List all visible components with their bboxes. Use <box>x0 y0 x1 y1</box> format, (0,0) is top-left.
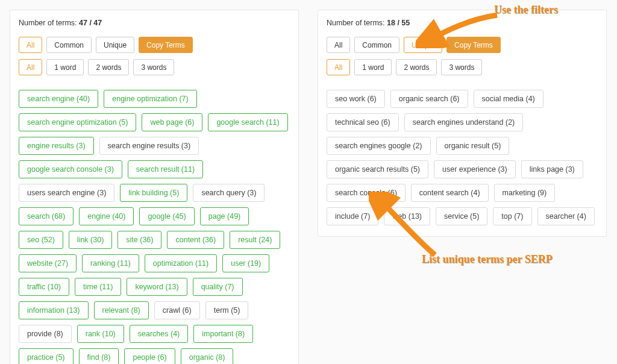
terms-count-header: Number of terms: 47 / 47 <box>19 19 290 27</box>
term-chip[interactable]: google search console (3) <box>19 160 122 178</box>
filter-3words[interactable]: 3 words <box>133 59 174 75</box>
term-chip[interactable]: search engines understand (2) <box>404 113 524 131</box>
terms-count-value: 47 / 47 <box>79 19 102 27</box>
term-chip[interactable]: engine results (3) <box>19 137 94 155</box>
term-chip[interactable]: search engine (40) <box>19 90 98 108</box>
filter-row-words: All 1 word 2 words 3 words <box>327 59 598 75</box>
term-chip[interactable]: crawl (6) <box>154 301 200 319</box>
term-chip[interactable]: user experience (3) <box>434 160 516 178</box>
term-chip[interactable]: quality (7) <box>193 278 243 296</box>
term-chip[interactable]: users search engine (3) <box>19 184 114 202</box>
filter-row-type: All Common Unique Copy Terms <box>19 37 290 53</box>
term-chip[interactable]: time (11) <box>75 278 121 296</box>
filter-1word[interactable]: 1 word <box>354 59 392 75</box>
term-chip[interactable]: engine optimization (7) <box>104 90 196 108</box>
term-chip[interactable]: seo work (6) <box>327 90 385 108</box>
term-chip[interactable]: find (8) <box>79 348 119 364</box>
term-chip[interactable]: organic (8) <box>181 348 234 364</box>
filter-unique[interactable]: Unique <box>96 37 134 53</box>
term-chip[interactable]: optimization (11) <box>145 254 217 272</box>
terms-list: seo work (6)organic search (6)social med… <box>327 90 598 225</box>
term-chip[interactable]: site (36) <box>117 231 161 249</box>
term-chip[interactable]: relevant (8) <box>94 301 149 319</box>
filter-words-all[interactable]: All <box>19 59 42 75</box>
filter-1word[interactable]: 1 word <box>46 59 84 75</box>
term-chip[interactable]: technical seo (6) <box>327 113 399 131</box>
term-chip[interactable]: website (27) <box>19 254 77 272</box>
term-chip[interactable]: search query (3) <box>193 184 265 202</box>
term-chip[interactable]: practice (5) <box>19 348 74 364</box>
term-chip[interactable]: organic result (5) <box>436 137 510 155</box>
term-chip[interactable]: searches (4) <box>130 325 188 343</box>
terms-count-header: Number of terms: 18 / 55 <box>327 19 598 27</box>
term-chip[interactable]: link building (5) <box>120 184 187 202</box>
term-chip[interactable]: keyword (13) <box>127 278 187 296</box>
term-chip[interactable]: important (8) <box>193 325 253 343</box>
term-chip[interactable]: top (7) <box>493 207 531 225</box>
filter-row-words: All 1 word 2 words 3 words <box>19 59 290 75</box>
term-chip[interactable]: search result (11) <box>128 160 203 178</box>
filter-all[interactable]: All <box>327 37 350 53</box>
term-chip[interactable]: content (36) <box>167 231 224 249</box>
term-chip[interactable]: link (30) <box>69 231 112 249</box>
term-chip[interactable]: links page (3) <box>521 160 583 178</box>
term-chip[interactable]: term (5) <box>205 301 249 319</box>
filter-words-all[interactable]: All <box>327 59 350 75</box>
term-chip[interactable]: search console (6) <box>327 184 406 202</box>
term-chip[interactable]: organic search results (5) <box>327 160 428 178</box>
term-chip[interactable]: search engine results (3) <box>99 137 199 155</box>
term-chip[interactable]: content search (4) <box>411 184 489 202</box>
term-chip[interactable]: include (7) <box>327 207 378 225</box>
filter-common[interactable]: Common <box>46 37 92 53</box>
term-chip[interactable]: engine (40) <box>79 207 134 225</box>
filter-common[interactable]: Common <box>354 37 399 53</box>
filter-row-type: All Common Unique Copy Terms <box>327 37 598 53</box>
terms-count-label: Number of terms: <box>19 19 79 27</box>
filter-2words[interactable]: 2 words <box>396 59 437 75</box>
annotation-text-bottom: List unique terms per SERP <box>422 253 553 266</box>
term-chip[interactable]: seo (52) <box>19 231 63 249</box>
term-chip[interactable]: traffic (10) <box>19 278 69 296</box>
term-chip[interactable]: search engine optimization (5) <box>19 113 136 131</box>
term-chip[interactable]: result (24) <box>230 231 280 249</box>
terms-panel-right: Number of terms: 18 / 55 All Common Uniq… <box>318 10 607 237</box>
term-chip[interactable]: page (49) <box>200 207 249 225</box>
filter-3words[interactable]: 3 words <box>441 59 482 75</box>
terms-count-value: 18 / 55 <box>387 19 410 27</box>
term-chip[interactable]: information (13) <box>19 301 89 319</box>
filter-unique[interactable]: Unique <box>404 37 442 53</box>
term-chip[interactable]: provide (8) <box>19 325 72 343</box>
term-chip[interactable]: google (45) <box>139 207 194 225</box>
term-chip[interactable]: service (5) <box>436 207 487 225</box>
term-chip[interactable]: organic search (6) <box>390 90 468 108</box>
terms-list: search engine (40)engine optimization (7… <box>19 90 290 364</box>
terms-panel-left: Number of terms: 47 / 47 All Common Uniq… <box>10 10 299 364</box>
term-chip[interactable]: web (13) <box>384 207 430 225</box>
copy-terms-button[interactable]: Copy Terms <box>446 37 501 53</box>
term-chip[interactable]: user (19) <box>222 254 269 272</box>
term-chip[interactable]: marketing (9) <box>494 184 556 202</box>
term-chip[interactable]: search engines google (2) <box>327 137 431 155</box>
term-chip[interactable]: search (68) <box>19 207 74 225</box>
term-chip[interactable]: web page (6) <box>142 113 202 131</box>
terms-count-label: Number of terms: <box>327 19 387 27</box>
term-chip[interactable]: google search (11) <box>208 113 287 131</box>
term-chip[interactable]: people (6) <box>124 348 175 364</box>
term-chip[interactable]: searcher (4) <box>537 207 595 225</box>
term-chip[interactable]: social media (4) <box>474 90 543 108</box>
copy-terms-button[interactable]: Copy Terms <box>139 37 193 53</box>
term-chip[interactable]: rank (10) <box>77 325 124 343</box>
filter-2words[interactable]: 2 words <box>88 59 129 75</box>
filter-all[interactable]: All <box>19 37 42 53</box>
term-chip[interactable]: ranking (11) <box>82 254 139 272</box>
